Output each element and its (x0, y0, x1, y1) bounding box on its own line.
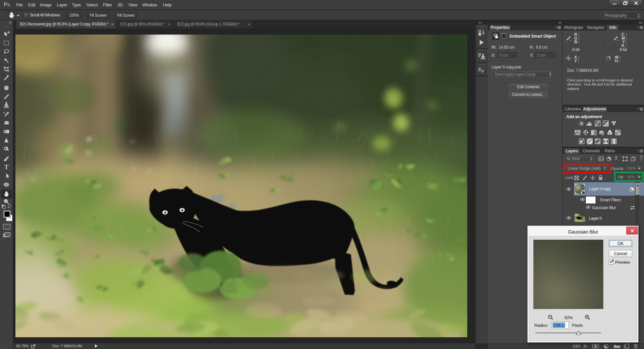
svg-text:T: T (4, 164, 9, 170)
